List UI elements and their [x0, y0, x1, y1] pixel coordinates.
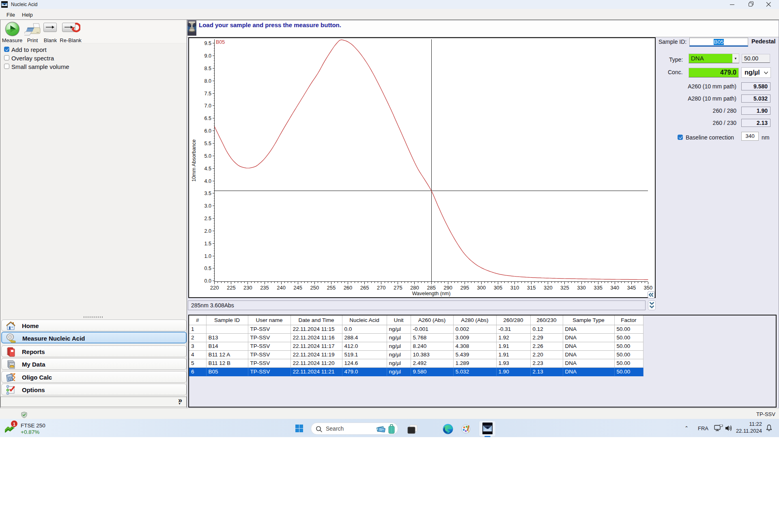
svg-text:340: 340	[610, 285, 619, 291]
svg-text:5.5: 5.5	[204, 141, 211, 146]
svg-text:265: 265	[360, 285, 369, 291]
svg-text:9.5: 9.5	[204, 41, 211, 46]
svg-text:255: 255	[327, 285, 336, 291]
svg-text:325: 325	[560, 285, 569, 291]
svg-text:1.5: 1.5	[204, 241, 211, 247]
svg-text:0.5: 0.5	[204, 266, 211, 271]
svg-text:335: 335	[594, 285, 603, 291]
svg-text:245: 245	[293, 285, 302, 291]
svg-text:310: 310	[510, 285, 519, 291]
svg-text:7.5: 7.5	[204, 91, 211, 97]
svg-text:300: 300	[477, 285, 486, 291]
svg-text:6.5: 6.5	[204, 116, 211, 121]
svg-text:250: 250	[310, 285, 319, 291]
svg-text:5.0: 5.0	[204, 153, 211, 159]
svg-text:8.0: 8.0	[204, 78, 211, 84]
svg-text:3.5: 3.5	[204, 191, 211, 196]
svg-text:235: 235	[260, 285, 269, 291]
svg-text:230: 230	[243, 285, 252, 291]
svg-text:8.5: 8.5	[204, 66, 211, 71]
svg-text:220: 220	[210, 285, 219, 291]
svg-text:305: 305	[494, 285, 503, 291]
svg-text:315: 315	[527, 285, 536, 291]
svg-text:260: 260	[344, 285, 353, 291]
svg-text:10mm Absorbance: 10mm Absorbance	[191, 139, 197, 182]
svg-text:290: 290	[443, 285, 452, 291]
svg-text:6.0: 6.0	[204, 128, 211, 134]
svg-text:280: 280	[410, 285, 419, 291]
svg-text:350: 350	[644, 285, 653, 291]
svg-text:285: 285	[427, 285, 436, 291]
svg-text:330: 330	[577, 285, 586, 291]
svg-text:270: 270	[377, 285, 386, 291]
svg-text:9.0: 9.0	[204, 53, 211, 59]
svg-text:B05: B05	[216, 39, 225, 45]
svg-text:3.0: 3.0	[204, 203, 211, 209]
svg-text:0.0: 0.0	[204, 278, 211, 284]
svg-text:275: 275	[394, 285, 402, 291]
svg-text:225: 225	[227, 285, 236, 291]
svg-text:7.0: 7.0	[204, 103, 211, 109]
svg-text:1.0: 1.0	[204, 253, 211, 259]
svg-text:2.5: 2.5	[204, 216, 211, 221]
svg-text:295: 295	[460, 285, 469, 291]
svg-text:320: 320	[544, 285, 553, 291]
svg-text:2.0: 2.0	[204, 228, 211, 234]
svg-text:345: 345	[627, 285, 636, 291]
svg-text:Wavelength (nm): Wavelength (nm)	[412, 291, 451, 296]
svg-text:240: 240	[277, 285, 286, 291]
svg-text:4.5: 4.5	[204, 166, 211, 172]
svg-text:4.0: 4.0	[204, 178, 211, 184]
